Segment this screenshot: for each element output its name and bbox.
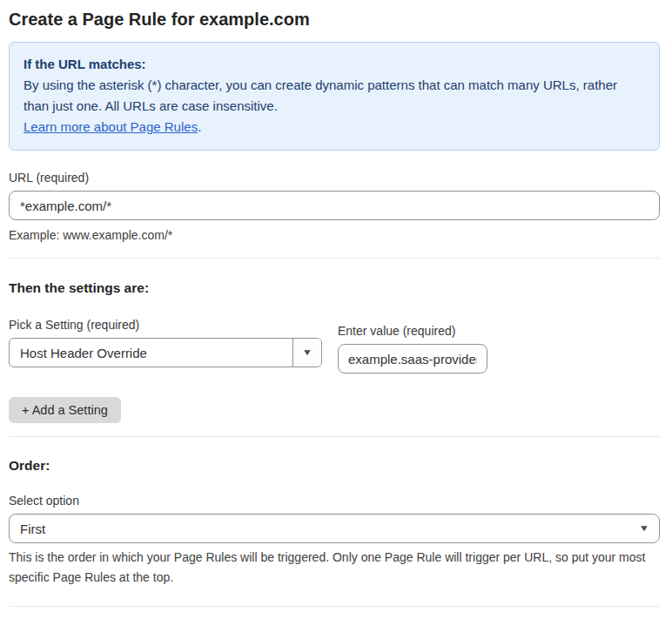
setting-select-value: Host Header Override [10, 339, 292, 367]
info-box-link-line: Learn more about Page Rules. [24, 117, 645, 138]
settings-row: Pick a Setting (required) Host Header Ov… [9, 318, 660, 373]
settings-section-heading: Then the settings are: [9, 280, 660, 295]
divider [9, 436, 660, 437]
order-select-value: First [20, 521, 633, 536]
create-page-rule-form: Create a Page Rule for example.com If th… [0, 0, 672, 619]
setting-select[interactable]: Host Header Override ▼ [9, 338, 322, 367]
url-matches-info-box: If the URL matches: By using the asteris… [9, 42, 660, 151]
url-example-helper: Example: www.example.com/* [9, 225, 660, 246]
setting-select-column: Pick a Setting (required) Host Header Ov… [9, 318, 322, 367]
add-setting-button[interactable]: + Add a Setting [9, 397, 121, 423]
chevron-down-icon: ▼ [639, 524, 649, 533]
setting-value-column: Enter value (required) [338, 324, 487, 373]
order-section-heading: Order: [9, 458, 660, 473]
divider [9, 606, 660, 607]
order-helper-text: This is the order in which your Page Rul… [9, 548, 655, 588]
setting-select-arrow-button[interactable]: ▼ [292, 339, 321, 367]
divider [9, 258, 660, 259]
learn-more-link[interactable]: Learn more about Page Rules [24, 119, 198, 134]
url-field-label: URL (required) [9, 171, 660, 185]
info-box-body-text: By using the asterisk (*) character, you… [24, 77, 617, 113]
info-box-heading: If the URL matches: [24, 54, 645, 75]
setting-value-label: Enter value (required) [338, 324, 487, 338]
setting-value-input[interactable] [338, 344, 487, 373]
setting-select-label: Pick a Setting (required) [9, 318, 322, 332]
order-select[interactable]: First ▼ [9, 514, 660, 543]
order-select-label: Select option [9, 494, 660, 508]
link-period: . [198, 119, 201, 134]
chevron-down-icon: ▼ [302, 348, 312, 357]
info-box-body: By using the asterisk (*) character, you… [24, 75, 633, 117]
url-input[interactable] [9, 191, 660, 220]
page-title: Create a Page Rule for example.com [9, 9, 660, 30]
